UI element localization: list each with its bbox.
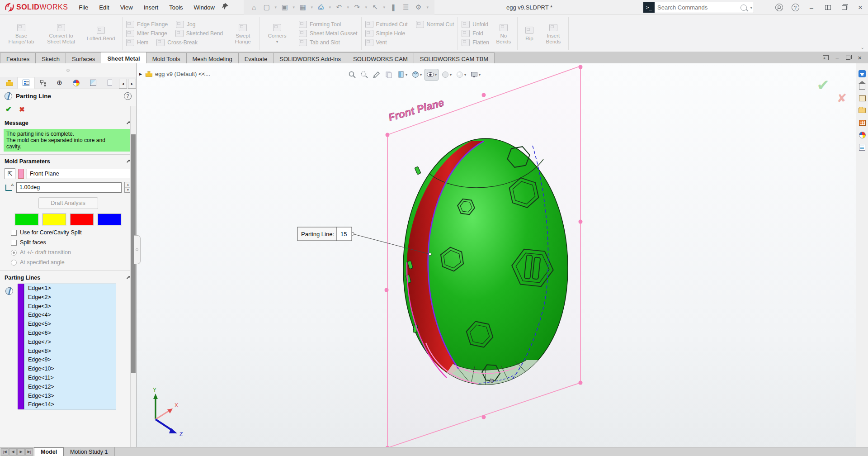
cam-tree-tab[interactable]	[85, 77, 101, 89]
tab-surfaces[interactable]: Surfaces	[66, 52, 101, 63]
menu-window[interactable]: Window	[189, 1, 219, 14]
view-orientation-icon[interactable]: ▾	[410, 69, 423, 81]
home-tab-icon[interactable]	[858, 82, 866, 90]
tab-sheet-metal[interactable]: Sheet Metal	[101, 52, 146, 63]
tab-evaluate[interactable]: Evaluate	[238, 52, 274, 63]
feature-manager-tab[interactable]	[1, 77, 18, 89]
first-study-icon[interactable]: |◀	[1, 448, 9, 456]
dimxpert-manager-tab[interactable]: ⊕	[51, 77, 68, 89]
base-flange-button[interactable]: BaseFlange/Tab	[4, 22, 39, 45]
forming-tool-button[interactable]: Forming Tool	[299, 21, 357, 28]
design-library-icon[interactable]	[858, 94, 866, 102]
undo-caret-icon[interactable]: ▾	[346, 5, 350, 10]
flatten-button[interactable]: Flatten	[462, 39, 489, 46]
open-document-icon[interactable]: ▣	[279, 2, 291, 13]
edge-list-item[interactable]: Edge<4>	[24, 311, 116, 320]
panel-grip-handle[interactable]	[66, 69, 70, 72]
file-explorer-icon[interactable]	[858, 106, 866, 114]
redo-caret-icon[interactable]: ▾	[364, 5, 368, 10]
view-palette-icon[interactable]	[858, 119, 866, 127]
miter-flange-button[interactable]: Miter Flange	[126, 30, 167, 37]
convert-to-sheet-metal-button[interactable]: Convert toSheet Metal	[43, 22, 79, 45]
edge-list-item[interactable]: Edge<10>	[24, 365, 116, 374]
cross-break-button[interactable]: Cross-Break	[156, 39, 198, 46]
confirmation-corner-ok-icon[interactable]: ✔	[817, 76, 830, 94]
previous-study-icon[interactable]: ◀	[9, 448, 17, 456]
simple-hole-button[interactable]: Simple Hole	[365, 30, 454, 37]
hide-show-items-icon[interactable]: ▾	[425, 69, 439, 81]
no-bends-button[interactable]: NoBends	[494, 22, 514, 45]
sketched-bend-button[interactable]: Sketched Bend	[175, 30, 223, 37]
edge-flange-button[interactable]: Edge Flange	[126, 21, 168, 28]
edge-list-item[interactable]: Edge<11>	[24, 374, 116, 383]
open-caret-icon[interactable]: ▾	[292, 5, 296, 10]
new-caret-icon[interactable]: ▾	[274, 5, 278, 10]
search-commands-box[interactable]: >_ ▾	[643, 2, 754, 13]
new-document-icon[interactable]: ▢	[261, 2, 273, 13]
pin-menu-icon[interactable]	[221, 2, 231, 12]
core-cavity-split-checkbox[interactable]	[11, 230, 17, 236]
property-manager-tab[interactable]	[18, 77, 34, 89]
vent-button[interactable]: Vent	[365, 39, 454, 46]
configuration-manager-tab[interactable]	[34, 77, 51, 89]
tab-mold-tools[interactable]: Mold Tools	[146, 52, 187, 63]
motion-study-tab[interactable]: Motion Study 1	[64, 447, 114, 456]
parting-lines-section-header[interactable]: Parting Lines	[0, 271, 136, 283]
edge-list-item[interactable]: Edge<1>	[24, 284, 116, 293]
corners-caret-icon[interactable]: ▾	[276, 39, 278, 45]
egg-model[interactable]	[403, 138, 568, 385]
breadcrumb-label[interactable]: egg v9 (Default) <<...	[155, 71, 210, 77]
corners-button[interactable]: Corners▾	[263, 22, 291, 45]
file-properties-icon[interactable]: ☰	[400, 2, 412, 13]
strip-scroll-left-icon[interactable]: ◂	[119, 79, 127, 89]
tab-mesh-modeling[interactable]: Mesh Modeling	[186, 52, 239, 63]
menu-insert[interactable]: Insert	[139, 1, 163, 14]
apply-scene-icon[interactable]: ▾	[454, 69, 467, 81]
feature-help-icon[interactable]: ?	[124, 92, 132, 100]
extruded-cut-button[interactable]: Extruded Cut	[365, 21, 408, 28]
edge-list-item[interactable]: Edge<12>	[24, 383, 116, 392]
fold-button[interactable]: Fold	[462, 30, 489, 37]
edge-list-item[interactable]: Edge<2>	[24, 293, 116, 302]
split-faces-checkbox[interactable]	[11, 240, 17, 246]
tab-features[interactable]: Features	[0, 52, 36, 63]
graphics-viewport[interactable]: ► egg v9 (Default) <<... ▾ ▾ ▾ ▾ ▾ ▾ ✔ ✘	[137, 63, 856, 447]
cam-operation-tab[interactable]	[101, 77, 118, 89]
select-caret-icon[interactable]: ▾	[382, 5, 387, 10]
help-icon[interactable]: ?	[790, 3, 800, 13]
edge-list-item[interactable]: Edge<14>	[24, 400, 116, 409]
doc-minimize-icon[interactable]: –	[836, 55, 839, 61]
message-section-header[interactable]: Message	[0, 116, 136, 128]
tile-windows-button[interactable]	[823, 3, 833, 13]
unfold-button[interactable]: Unfold	[462, 21, 489, 28]
zoom-area-icon[interactable]	[359, 69, 370, 81]
hem-button[interactable]: Hem	[126, 39, 148, 46]
edge-list-item[interactable]: Edge<13>	[24, 392, 116, 401]
specified-angle-radio[interactable]	[11, 260, 17, 266]
mold-parameters-section-header[interactable]: Mold Parameters	[0, 155, 136, 166]
breadcrumb[interactable]: ► egg v9 (Default) <<...	[138, 71, 210, 77]
undo-icon[interactable]: ↶	[333, 2, 345, 13]
home-icon[interactable]: ⌂	[248, 2, 260, 13]
tab-solidworks-cam-tbm[interactable]: SOLIDWORKS CAM TBM	[414, 52, 495, 63]
toggle-panes-icon[interactable]	[823, 55, 829, 60]
edge-list-item[interactable]: Edge<6>	[24, 329, 116, 338]
tab-sketch[interactable]: Sketch	[35, 52, 66, 63]
custom-properties-icon[interactable]	[858, 143, 866, 151]
tab-solidworks-cam[interactable]: SOLIDWORKS CAM	[347, 52, 414, 63]
tab-solidworks-add-ins[interactable]: SOLIDWORKS Add-Ins	[273, 52, 347, 63]
model-tab[interactable]: Model	[34, 447, 64, 456]
draft-analysis-button[interactable]: Draft Analysis	[38, 197, 98, 209]
view-settings-icon[interactable]: ▾	[469, 69, 482, 81]
doc-restore-icon[interactable]	[846, 56, 850, 60]
login-person-icon[interactable]	[774, 3, 784, 13]
close-button[interactable]: ×	[855, 3, 865, 13]
minimize-button[interactable]: –	[807, 3, 816, 13]
lofted-bend-button[interactable]: Lofted-Bend	[83, 25, 118, 42]
cancel-button[interactable]: ✖	[19, 105, 25, 114]
options-caret-icon[interactable]: ▾	[425, 5, 430, 10]
save-icon[interactable]: ▦	[297, 2, 309, 13]
confirmation-corner-cancel-icon[interactable]: ✘	[837, 91, 847, 105]
menu-view[interactable]: View	[116, 1, 137, 14]
print-caret-icon[interactable]: ▾	[328, 5, 332, 10]
